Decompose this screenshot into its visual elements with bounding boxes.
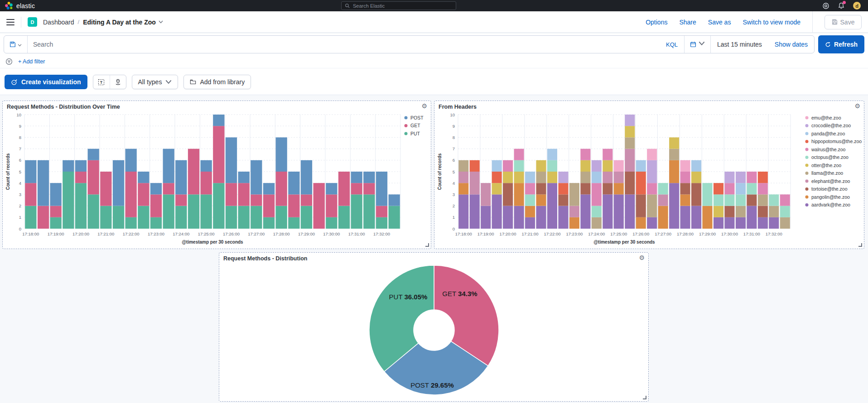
bar-segment bbox=[625, 137, 635, 149]
bar-segment bbox=[780, 194, 790, 206]
bar-segment bbox=[175, 206, 187, 229]
refresh-icon bbox=[825, 42, 831, 48]
breadcrumb-current[interactable]: Editing A Day at the Zoo bbox=[83, 19, 163, 26]
bar-segment bbox=[389, 194, 400, 206]
switch-to-view-mode-link[interactable]: Switch to view mode bbox=[743, 19, 800, 26]
add-map-button[interactable] bbox=[110, 75, 126, 89]
bar-segment bbox=[658, 183, 668, 194]
stacked-bar-chart-from-headers[interactable]: 01234567891017:18:0017:19:0017:20:0017:2… bbox=[434, 101, 865, 249]
legend-item[interactable]: tortoise@the.zoo bbox=[805, 186, 848, 192]
bar-segment bbox=[63, 160, 74, 172]
bar-segment bbox=[263, 183, 275, 194]
query-language-toggle[interactable]: KQL bbox=[660, 36, 685, 53]
space-badge[interactable]: D bbox=[28, 17, 37, 27]
menu-hamburger-icon[interactable] bbox=[6, 19, 14, 25]
svg-text:17:24:00: 17:24:00 bbox=[173, 231, 189, 236]
svg-text:17:21:00: 17:21:00 bbox=[97, 231, 114, 236]
notifications-bell-icon[interactable] bbox=[838, 2, 845, 10]
bar-segment bbox=[636, 172, 646, 194]
filter-menu-icon[interactable] bbox=[5, 58, 13, 65]
svg-text:octopus@the.zoo: octopus@the.zoo bbox=[811, 154, 849, 160]
chevron-down-icon bbox=[18, 40, 22, 48]
bar-segment bbox=[288, 217, 299, 229]
legend-item[interactable]: octopus@the.zoo bbox=[805, 154, 849, 160]
legend-item[interactable]: POST bbox=[405, 115, 424, 120]
bar-segment bbox=[263, 217, 275, 229]
kql-search-input[interactable]: Search bbox=[28, 41, 660, 48]
saved-query-menu-button[interactable] bbox=[4, 36, 28, 53]
legend-item[interactable]: elephant@the.zoo bbox=[805, 178, 850, 184]
legend-item[interactable]: aardvark@the.zoo bbox=[805, 202, 851, 207]
legend-item[interactable]: PUT bbox=[405, 131, 420, 136]
query-bar-row: Search KQL Last 15 minutes Show dates Re… bbox=[0, 33, 868, 55]
bar-segment bbox=[724, 183, 734, 194]
create-visualization-button[interactable]: Create visualization bbox=[5, 75, 87, 89]
global-search-input[interactable]: Search Elastic bbox=[341, 1, 456, 10]
svg-text:17:32:00: 17:32:00 bbox=[373, 231, 390, 236]
panel-resize-handle[interactable] bbox=[425, 243, 429, 247]
bar-segment bbox=[175, 160, 187, 195]
bar-segment bbox=[514, 172, 524, 183]
deployment-gem-icon[interactable] bbox=[822, 2, 829, 10]
bar-segment bbox=[503, 206, 513, 229]
bar-segment bbox=[691, 172, 701, 183]
save-button[interactable]: Save bbox=[825, 15, 862, 29]
options-link[interactable]: Options bbox=[646, 19, 667, 26]
save-as-link[interactable]: Save as bbox=[708, 19, 731, 26]
svg-text:17:28:00: 17:28:00 bbox=[273, 231, 290, 236]
panel-resize-handle[interactable] bbox=[858, 243, 862, 247]
panel-settings-gear-icon[interactable]: ⚙ bbox=[421, 102, 427, 110]
legend-item[interactable]: emu@the.zoo bbox=[805, 115, 841, 120]
all-types-dropdown[interactable]: All types bbox=[132, 75, 178, 89]
bar-segment bbox=[338, 172, 350, 206]
bar-segment bbox=[503, 183, 513, 206]
show-dates-link[interactable]: Show dates bbox=[768, 41, 814, 48]
refresh-button[interactable]: Refresh bbox=[818, 35, 864, 53]
bar-segment bbox=[714, 206, 723, 217]
time-range-value[interactable]: Last 15 minutes bbox=[711, 41, 768, 48]
share-link[interactable]: Share bbox=[679, 19, 696, 26]
legend-item[interactable]: crocodile@the.zoo bbox=[805, 123, 851, 128]
breadcrumb-dashboard[interactable]: Dashboard bbox=[43, 19, 74, 26]
legend-item[interactable]: pangolin@the.zoo bbox=[805, 194, 850, 200]
stacked-bar-chart-request-methods[interactable]: 01234567891017:18:0017:19:0017:20:0017:2… bbox=[3, 101, 432, 249]
svg-text:17:19:00: 17:19:00 bbox=[48, 231, 64, 236]
add-text-annotation-button[interactable]: T bbox=[93, 75, 110, 89]
bar-segment bbox=[213, 126, 224, 183]
bar-segment bbox=[747, 183, 757, 194]
kibana-dashboard-page: elastic Search Elastic bbox=[0, 0, 868, 403]
panel-resize-handle[interactable] bbox=[643, 396, 646, 399]
all-types-label: All types bbox=[138, 78, 162, 86]
svg-text:10: 10 bbox=[16, 112, 21, 117]
elastic-brand[interactable]: elastic bbox=[5, 1, 35, 10]
panel-title: Request Methods - Distribution bbox=[223, 255, 307, 262]
svg-text:2: 2 bbox=[453, 203, 455, 208]
legend-item[interactable]: GET bbox=[405, 123, 421, 128]
svg-text:0: 0 bbox=[453, 226, 455, 231]
add-from-library-button[interactable]: Add from library bbox=[183, 75, 251, 89]
date-picker-calendar-button[interactable] bbox=[685, 36, 711, 53]
panel-settings-gear-icon[interactable]: ⚙ bbox=[854, 102, 860, 110]
user-avatar[interactable]: d bbox=[853, 2, 861, 10]
legend-item[interactable]: llama@the.zoo bbox=[805, 170, 844, 176]
bar-segment bbox=[238, 206, 250, 229]
svg-text:6: 6 bbox=[453, 158, 455, 163]
svg-text:17:20:00: 17:20:00 bbox=[72, 231, 89, 236]
donut-chart-request-methods[interactable]: GET 34.3%POST 29.65%PUT 36.05% bbox=[219, 253, 649, 402]
legend-item[interactable]: otter@the.zoo bbox=[805, 163, 842, 168]
add-filter-link[interactable]: + Add filter bbox=[18, 58, 45, 65]
legend-item[interactable]: walrus@the.zoo bbox=[805, 147, 846, 152]
panel-title: Request Methods - Distribution Over Time bbox=[7, 104, 120, 110]
panel-settings-gear-icon[interactable]: ⚙ bbox=[639, 254, 645, 262]
bar-segment bbox=[25, 206, 36, 229]
bar-segment bbox=[614, 160, 624, 172]
bar-segment bbox=[580, 172, 590, 183]
bar-segment bbox=[680, 206, 690, 229]
legend-item[interactable]: panda@the.zoo bbox=[805, 131, 845, 136]
svg-text:emu@the.zoo: emu@the.zoo bbox=[811, 115, 841, 120]
legend-item[interactable]: hippopotomus@the.zoo bbox=[805, 139, 862, 144]
svg-text:1: 1 bbox=[19, 215, 21, 220]
bar-segment bbox=[138, 206, 149, 229]
svg-text:17:18:00: 17:18:00 bbox=[22, 231, 39, 236]
bar-segment bbox=[503, 160, 513, 172]
